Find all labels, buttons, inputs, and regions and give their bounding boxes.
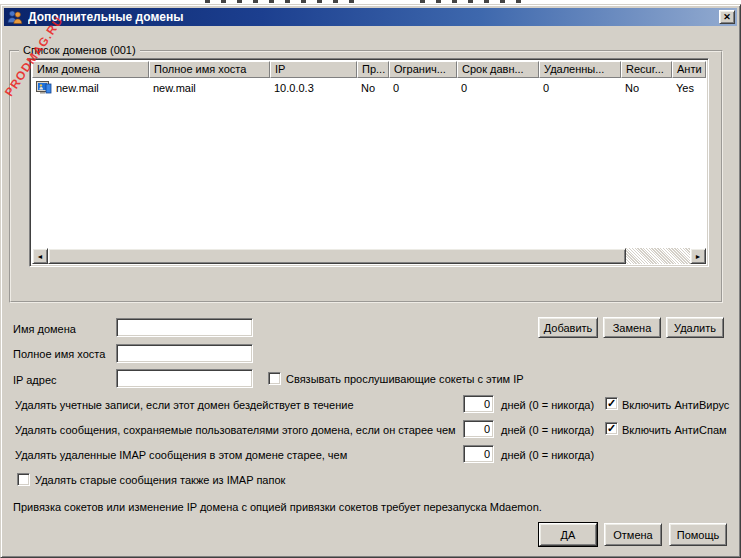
cell-recursion[interactable]: No xyxy=(621,78,672,95)
check-icon: ✓ xyxy=(607,397,616,409)
column-header-age[interactable]: Срок давн... xyxy=(457,61,539,78)
cell-limit[interactable]: 0 xyxy=(389,78,457,95)
add-button[interactable]: Добавить xyxy=(538,317,598,338)
background-text-fragments xyxy=(420,0,530,3)
ok-button[interactable]: ДА xyxy=(539,523,597,546)
antivirus-checkbox[interactable]: ✓ xyxy=(605,397,618,410)
delete-messages-days-input[interactable] xyxy=(463,420,494,438)
column-header-domain-name[interactable]: Имя домена xyxy=(32,61,149,78)
column-header-ip[interactable]: IP xyxy=(270,61,357,78)
window-title: Дополнительные домены xyxy=(28,10,719,24)
cell-host-name[interactable]: new.mail xyxy=(149,78,270,95)
delete-old-imap-label: Удалять старые сообщения также из IMAP п… xyxy=(35,474,285,486)
domain-table[interactable]: Имя домена Полное имя хоста IP Пр... Огр… xyxy=(29,58,709,267)
scroll-right-button[interactable]: ► xyxy=(690,248,706,264)
bind-sockets-label: Связывать прослушивающие сокеты с этим I… xyxy=(286,373,524,385)
antivirus-label: Включить АнтиВирус xyxy=(622,399,729,411)
antispam-checkbox[interactable]: ✓ xyxy=(605,422,618,435)
table-row[interactable]: new.mail new.mail 10.0.0.3 No 0 0 0 No Y… xyxy=(32,78,706,95)
additional-domains-dialog: Дополнительные домены ✕ PRODMAG.RU Списо… xyxy=(0,4,741,558)
horizontal-scrollbar[interactable]: ◄ ► xyxy=(32,248,706,264)
column-header-antivirus[interactable]: Анти xyxy=(672,61,706,78)
antispam-label: Включить АнтиСпам xyxy=(622,424,727,436)
delete-imap-messages-label: Удалять удаленные IMAP сообщения в этом … xyxy=(15,449,347,461)
scrollbar-track[interactable] xyxy=(626,248,690,264)
cancel-button[interactable]: Отмена xyxy=(604,523,662,546)
column-header-deleted[interactable]: Удаленны... xyxy=(539,61,621,78)
scroll-left-icon: ◄ xyxy=(37,253,44,260)
ip-address-label: IP адрес xyxy=(13,374,57,386)
cell-pr[interactable]: No xyxy=(357,78,389,95)
delete-imap-days-input[interactable] xyxy=(463,445,494,463)
domain-name-label: Имя домена xyxy=(13,323,76,335)
column-header-pr[interactable]: Пр... xyxy=(357,61,389,78)
delete-messages-suffix: дней (0 = никогда) xyxy=(501,424,594,436)
help-button[interactable]: Помощь xyxy=(669,523,727,546)
column-header-host-name[interactable]: Полное имя хоста xyxy=(149,61,270,78)
bind-sockets-checkbox[interactable] xyxy=(268,372,281,385)
delete-imap-suffix: дней (0 = никогда) xyxy=(501,449,594,461)
cell-ip[interactable]: 10.0.0.3 xyxy=(270,78,357,95)
delete-old-imap-checkbox[interactable] xyxy=(17,473,30,486)
delete-messages-label: Удалять сообщения, сохраняемые пользоват… xyxy=(15,424,456,436)
users-icon xyxy=(7,9,23,25)
background-text-fragments xyxy=(205,0,355,3)
column-header-limit[interactable]: Огранич... xyxy=(389,61,457,78)
cell-text: new.mail xyxy=(56,82,99,94)
replace-button[interactable]: Замена xyxy=(603,317,661,338)
domain-icon xyxy=(36,81,52,95)
title-bar[interactable]: Дополнительные домены ✕ xyxy=(4,8,737,26)
host-name-label: Полное имя хоста xyxy=(13,348,105,360)
host-name-input[interactable] xyxy=(116,344,253,363)
restart-note: Привязка сокетов или изменение IP домена… xyxy=(13,501,542,513)
cell-age[interactable]: 0 xyxy=(457,78,539,95)
delete-accounts-days-input[interactable] xyxy=(463,395,494,413)
column-header-recursion[interactable]: Recur... xyxy=(621,61,672,78)
delete-button[interactable]: Удалить xyxy=(666,317,724,338)
scroll-left-button[interactable]: ◄ xyxy=(32,248,48,264)
domain-list-label: Список доменов (001) xyxy=(19,44,140,56)
ip-address-input[interactable] xyxy=(116,369,253,388)
delete-accounts-suffix: дней (0 = никогда) xyxy=(501,399,594,411)
scrollbar-thumb[interactable] xyxy=(48,248,626,264)
cell-deleted[interactable]: 0 xyxy=(539,78,621,95)
check-icon: ✓ xyxy=(607,422,616,434)
scroll-right-icon: ► xyxy=(695,253,702,260)
cell-antivirus[interactable]: Yes xyxy=(672,78,706,95)
table-header-row: Имя домена Полное имя хоста IP Пр... Огр… xyxy=(32,61,706,78)
close-button[interactable]: ✕ xyxy=(719,10,735,24)
cell-domain-name[interactable]: new.mail xyxy=(32,78,149,95)
domain-name-input[interactable] xyxy=(116,318,253,337)
close-icon: ✕ xyxy=(723,13,731,22)
delete-accounts-label: Удалять учетные записи, если этот домен … xyxy=(15,399,354,411)
